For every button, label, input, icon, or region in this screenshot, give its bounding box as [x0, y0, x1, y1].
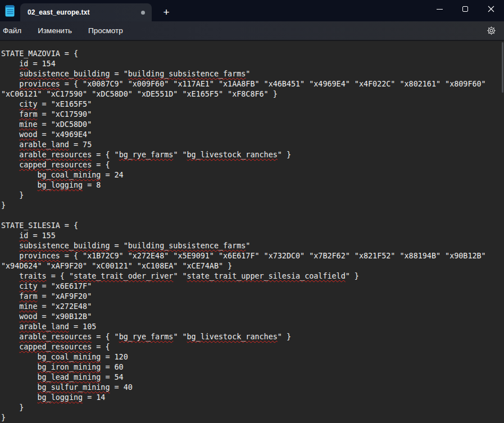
settings-button[interactable] [482, 21, 500, 40]
code-line: provinces = { "x0087C9" "x009F60" "x117A… [1, 79, 504, 89]
code-line: city = "x6E617F" [1, 281, 504, 292]
code-line: mine = "x272E48" [1, 302, 504, 312]
close-icon [488, 6, 494, 12]
maximize-button[interactable] [452, 0, 478, 18]
code-line: bg_logging = 14 [1, 393, 504, 403]
code-line: traits = { "state_trait_oder_river" "sta… [1, 271, 504, 281]
code-line: id = 155 [1, 231, 504, 241]
code-line: } [1, 403, 504, 413]
code-line: subsistence_building = "building_subsist… [1, 241, 504, 251]
gear-icon [487, 26, 496, 35]
code-line: capped_resources = { [1, 160, 504, 170]
code-line: arable_land = 75 [1, 140, 504, 150]
code-line: } [1, 190, 504, 201]
code-line: bg_coal_mining = 24 [1, 170, 504, 180]
minimize-button[interactable] [426, 0, 452, 18]
code-line: bg_iron_mining = 60 [1, 362, 504, 372]
code-line [1, 211, 504, 221]
vertical-scrollbar-thumb[interactable] [502, 42, 503, 93]
menubar: Файл Изменить Просмотр [0, 21, 504, 41]
notepad-app-icon [0, 0, 20, 21]
code-line: capped_resources = { [1, 342, 504, 352]
code-line: STATE_SILESIA = { [1, 221, 504, 231]
code-line: wood = "x4969E4" [1, 130, 504, 140]
window-controls [426, 0, 504, 21]
code-line: farm = "xC17590" [1, 110, 504, 120]
code-line: provinces = { "x1B72C9" "x272E48" "x5E90… [1, 251, 504, 261]
code-line: subsistence_building = "building_subsist… [1, 69, 504, 79]
tab-title: 02_east_europe.txt [28, 8, 90, 16]
text-editor[interactable]: STATE_MAZOVIA = { id = 154 subsistence_b… [0, 41, 504, 422]
code-line: STATE_MAZOVIA = { [1, 49, 504, 59]
titlebar: 02_east_europe.txt + [0, 0, 504, 21]
code-line: mine = "xDC58D0" [1, 120, 504, 130]
maximize-icon [462, 6, 468, 12]
tab-02-east-europe[interactable]: 02_east_europe.txt [20, 3, 152, 21]
menu-edit[interactable]: Изменить [38, 23, 72, 38]
notepad-window: 02_east_europe.txt + Файл Изменить Просм… [0, 0, 504, 423]
code-line: bg_sulfur_mining = 40 [1, 383, 504, 393]
code-line: arable_resources = { "bg_rye_farms" "bg_… [1, 150, 504, 160]
code-line: wood = "x90B12B" [1, 312, 504, 322]
minimize-icon [437, 9, 443, 10]
text-editor-content: STATE_MAZOVIA = { id = 154 subsistence_b… [0, 41, 504, 422]
code-line: farm = "xAF9F20" [1, 292, 504, 302]
code-line: bg_logging = 8 [1, 180, 504, 190]
new-tab-button[interactable]: + [158, 3, 175, 20]
code-line: bg_lead_mining = 54 [1, 372, 504, 383]
menu-view[interactable]: Просмотр [88, 23, 123, 38]
menu-file[interactable]: Файл [3, 23, 21, 38]
code-line: bg_coal_mining = 120 [1, 352, 504, 362]
code-line: city = "xE165F5" [1, 99, 504, 110]
code-line: } [1, 201, 504, 211]
code-line: id = 154 [1, 59, 504, 69]
code-line: arable_land = 105 [1, 322, 504, 332]
close-button[interactable] [478, 0, 504, 18]
unsaved-changes-dot-icon [141, 11, 145, 15]
code-line: arable_resources = { "bg_rye_farms" "bg_… [1, 332, 504, 342]
code-line: } [1, 413, 504, 422]
code-line: "x94D624" "xAF9F20" "xC00121" "xC108EA" … [1, 261, 504, 271]
plus-icon: + [163, 7, 169, 17]
code-line: "xC06121" "xC17590" "xDC58D0" "xDE551D" … [1, 89, 504, 99]
